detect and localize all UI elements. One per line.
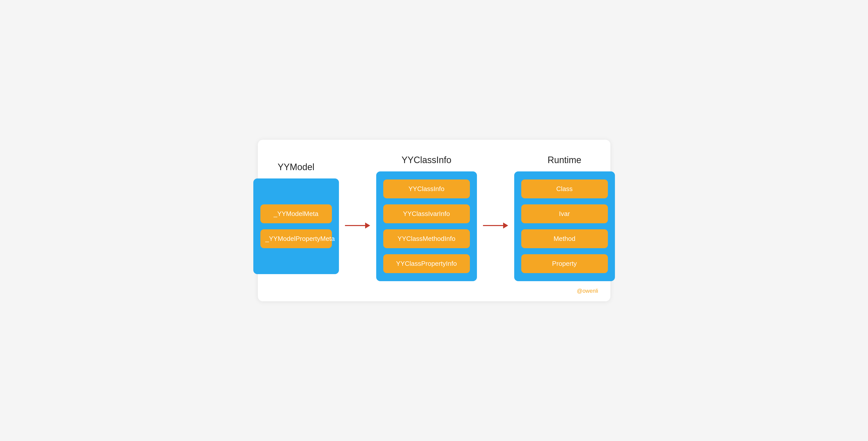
yymodel-item-0: _YYModelMeta [260, 204, 332, 223]
runtime-item-1: Ivar [521, 204, 608, 223]
runtime-item-3: Property [521, 254, 608, 273]
yyclassinfo-item-2: YYClassMethodInfo [383, 229, 470, 248]
runtime-item-2: Method [521, 229, 608, 248]
yyclassinfo-item-1: YYClassIvarInfo [383, 204, 470, 223]
yyclassinfo-blue-box: YYClassInfo YYClassIvarInfo YYClassMetho… [376, 171, 477, 281]
arrow-1-head [365, 222, 370, 228]
arrow-2 [483, 222, 508, 228]
yyclassinfo-item-3: YYClassPropertyInfo [383, 254, 470, 273]
runtime-item-0: Class [521, 180, 608, 198]
runtime-blue-box: Class Ivar Method Property [514, 171, 615, 281]
arrow-2-container [477, 222, 514, 228]
column-yymodel-title: YYModel [278, 162, 314, 172]
yyclassinfo-item-0: YYClassInfo [383, 180, 470, 198]
watermark: @owenli [577, 288, 598, 294]
arrow-1-line [345, 225, 365, 226]
diagram-container: YYModel _YYModelMeta _YYModelPropertyMet… [278, 155, 590, 281]
arrow-1 [345, 222, 370, 228]
arrow-2-head [503, 222, 508, 228]
yymodel-blue-box: _YYModelMeta _YYModelPropertyMeta [253, 179, 339, 274]
column-yyclassinfo-title: YYClassInfo [401, 155, 451, 165]
yymodel-item-1: _YYModelPropertyMeta [260, 229, 332, 248]
arrow-2-line [483, 225, 503, 226]
column-runtime: Runtime Class Ivar Method Property [514, 155, 615, 281]
diagram-wrapper: YYModel _YYModelMeta _YYModelPropertyMet… [258, 140, 610, 301]
column-yyclassinfo: YYClassInfo YYClassInfo YYClassIvarInfo … [376, 155, 477, 281]
column-yymodel: YYModel _YYModelMeta _YYModelPropertyMet… [253, 162, 339, 274]
column-runtime-title: Runtime [548, 155, 581, 165]
arrow-1-container [339, 222, 376, 228]
